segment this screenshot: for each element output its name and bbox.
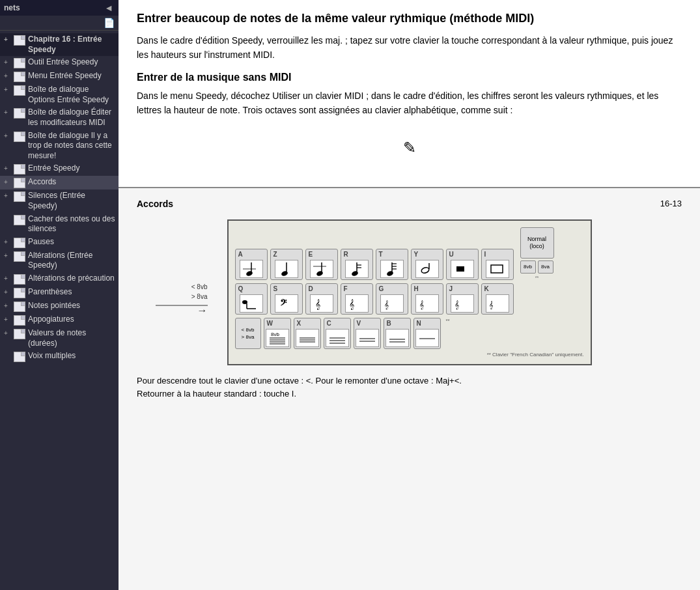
item-label-alterations1: Altérations (Entrée Speedy) — [28, 251, 116, 271]
normal-key: Normal (loco) — [520, 227, 554, 259]
key-R-note — [345, 260, 369, 278]
key-C: C — [324, 318, 351, 349]
svg-text:𝄞: 𝄞 — [455, 300, 459, 310]
key-N-note — [415, 329, 439, 347]
expand-icon-outil[interactable]: + — [4, 58, 12, 66]
sidebar-item-parentheses[interactable]: +Parenthèses — [0, 286, 119, 300]
expand-icon-boite3[interactable]: + — [4, 132, 12, 140]
sidebar-item-alterations1[interactable]: +Altérations (Entrée Speedy) — [0, 249, 119, 272]
expand-icon-pauses[interactable]: + — [4, 238, 12, 246]
key-U-letter: U — [449, 251, 454, 258]
sidebar-collapse-button[interactable]: ◄ — [103, 3, 115, 13]
expand-icon-appogiatures[interactable]: + — [4, 315, 12, 324]
key-E: E — [305, 249, 338, 280]
expand-icon-alterations1[interactable]: + — [4, 251, 12, 260]
sidebar-item-cacher[interactable]: Cacher des notes ou des silences — [0, 213, 119, 236]
svg-text:𝄞: 𝄞 — [489, 301, 494, 310]
sidebar-item-outil[interactable]: +Outil Entrée Speedy — [0, 56, 119, 70]
sidebar-item-alterations2[interactable]: +Altérations de précaution — [0, 272, 119, 286]
expand-icon-menu[interactable]: + — [4, 72, 12, 80]
key-F-letter: F — [344, 285, 348, 292]
keyboard-row-3: < 8vb > 8va W 8vb X — [235, 318, 584, 349]
sidebar-item-valeurs[interactable]: +Valeurs de notes (durées) — [0, 327, 119, 350]
key-I-letter: I — [484, 251, 486, 258]
sidebar-list[interactable]: +Chapitre 16 : Entrée Speedy+Outil Entré… — [0, 31, 119, 590]
keyboard-footnote: ** Clavier "French Canadian" uniquement. — [235, 352, 584, 358]
key-H-letter: H — [414, 285, 419, 292]
item-label-pauses: Pauses — [28, 237, 116, 247]
key-N-letter: N — [417, 320, 421, 327]
sidebar-item-menu[interactable]: +Menu Entrée Speedy — [0, 70, 119, 83]
svg-text:8vb: 8vb — [271, 331, 279, 337]
item-label-valeurs: Valeurs de notes (durées) — [28, 328, 116, 348]
footnote-asterisk: ** — [446, 318, 450, 324]
expand-icon-boite1[interactable]: + — [4, 85, 12, 94]
expand-icon-boite2[interactable]: + — [4, 108, 12, 117]
svg-point-17 — [420, 266, 429, 274]
item-label-boite1: Boîte de dialogue Options Entrée Speedy — [28, 85, 116, 105]
cursor-area: ✎ — [137, 122, 682, 174]
item-icon-pauses — [14, 238, 25, 248]
expand-icon-accords[interactable]: + — [4, 178, 12, 186]
key-T-note — [380, 260, 404, 278]
item-icon-appogiatures — [14, 315, 25, 326]
expand-icon-chapitre16[interactable]: + — [4, 35, 12, 44]
expand-icon-alterations2[interactable]: + — [4, 274, 12, 283]
expand-icon-silences[interactable]: + — [4, 191, 12, 200]
sidebar-item-pauses[interactable]: +Pauses — [0, 236, 119, 249]
item-icon-notes-pointees — [14, 302, 25, 312]
keyboard-container: < 8vb > 8va → A — [137, 219, 682, 365]
octave-down-key: < 8vb > 8va — [235, 318, 261, 349]
svg-point-13 — [386, 270, 394, 277]
item-label-chapitre16: Chapitre 16 : Entrée Speedy — [28, 35, 116, 55]
sidebar-item-boite2[interactable]: +Boîte de dialogue Éditer les modificate… — [0, 106, 119, 129]
sidebar-item-boite3[interactable]: +Boîte de dialogue Il y a trop de notes … — [0, 130, 119, 163]
key-D-letter: D — [309, 285, 313, 292]
svg-text:𝄞: 𝄞 — [349, 299, 354, 311]
key-E-letter: E — [309, 251, 313, 258]
key-B-note — [385, 329, 409, 347]
key-Q-note — [240, 294, 263, 313]
item-icon-silences — [14, 191, 25, 202]
item-label-voix: Voix multiples — [28, 351, 116, 361]
key-N: N — [413, 318, 441, 349]
key-Z: Z — [270, 249, 303, 280]
expand-icon-entree[interactable]: + — [4, 164, 12, 173]
key-T: T — [376, 249, 408, 280]
svg-rect-20 — [491, 265, 503, 273]
paragraph-2: Dans le menu Speedy, décochez Utiliser u… — [137, 89, 682, 118]
sidebar-item-silences[interactable]: +Silences (Entrée Speedy) — [0, 190, 119, 212]
item-icon-valeurs — [14, 329, 25, 339]
sidebar-item-accords[interactable]: +Accords — [0, 176, 119, 190]
key-K-letter: K — [484, 285, 489, 292]
octave-down-label: < 8vb — [242, 327, 255, 333]
item-label-parentheses: Parenthèses — [28, 287, 116, 298]
key-A-note — [240, 260, 263, 278]
key-S: S 𝄢 — [270, 283, 303, 315]
paragraph-1: Dans le cadre d'édition Speedy, verrouil… — [137, 33, 682, 63]
sidebar-item-chapitre16[interactable]: +Chapitre 16 : Entrée Speedy — [0, 33, 119, 56]
expand-icon-valeurs[interactable]: + — [4, 329, 12, 337]
expand-icon-parentheses[interactable]: + — [4, 288, 12, 296]
expand-icon-notes-pointees[interactable]: + — [4, 302, 12, 310]
sidebar-item-voix[interactable]: Voix multiples — [0, 350, 119, 363]
item-icon-accords — [14, 178, 25, 188]
key-F-note: 𝄞 — [345, 294, 369, 313]
8vb-8va-row: 8vb 8va — [520, 260, 554, 274]
svg-text:𝄢: 𝄢 — [280, 298, 287, 309]
sidebar-item-appogiatures[interactable]: +Appogiatures — [0, 313, 119, 327]
page-header: Accords 16-13 — [137, 199, 682, 209]
sidebar-item-boite1[interactable]: +Boîte de dialogue Options Entrée Speedy — [0, 83, 119, 106]
key-X-note — [296, 329, 319, 347]
sidebar-title: nets — [4, 3, 20, 12]
item-label-boite3: Boîte de dialogue Il y a trop de notes d… — [28, 131, 116, 162]
item-label-appogiatures: Appogiatures — [28, 315, 116, 325]
sidebar-item-entree[interactable]: +Entrée Speedy — [0, 162, 119, 176]
key-U-note — [451, 260, 474, 278]
key-V-note — [356, 329, 379, 347]
sidebar: nets ◄ 📄 +Chapitre 16 : Entrée Speedy+Ou… — [0, 0, 119, 590]
key-G-letter: G — [379, 285, 384, 292]
page-number: 16-13 — [660, 199, 682, 208]
item-icon-boite3 — [14, 132, 25, 142]
sidebar-item-notes-pointees[interactable]: +Notes pointées — [0, 300, 119, 313]
